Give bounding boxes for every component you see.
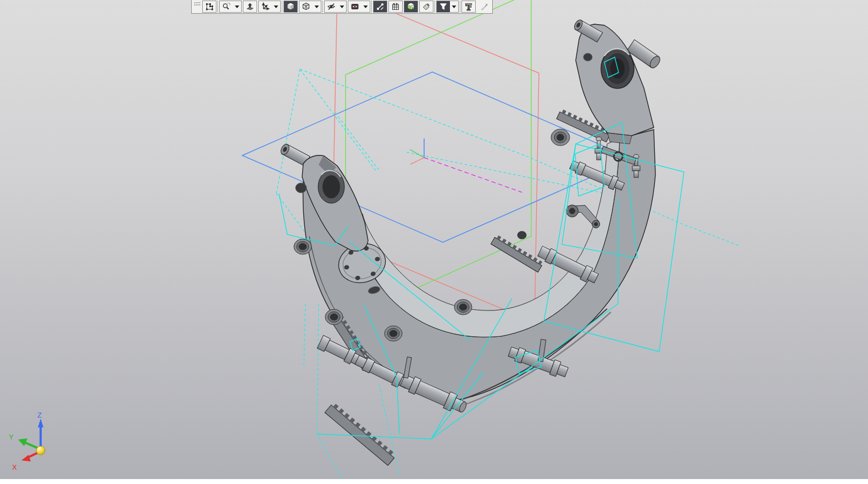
stamp-button[interactable] [420, 1, 433, 12]
sketch-contour-icon [205, 2, 214, 11]
zoom-area-dropdown[interactable] [233, 1, 241, 12]
toolbar-group-shaded-display [283, 1, 298, 13]
scene-canvas: Z Y X [0, 0, 868, 484]
chevron-down-icon [452, 5, 457, 9]
toolbar-separator [218, 1, 218, 13]
parameters-table-button[interactable] [389, 1, 402, 12]
zoom-area-icon [222, 2, 231, 11]
orient-normal-to-button[interactable] [243, 1, 257, 12]
toolbar-group-orientation [258, 1, 281, 13]
normal-to-icon [246, 2, 254, 11]
origin-marker [410, 138, 522, 192]
wireframe-cube-icon [302, 2, 310, 11]
display-mode-button[interactable] [299, 1, 313, 12]
sketch-button[interactable] [203, 1, 216, 12]
orientation-dropdown[interactable] [272, 1, 280, 12]
toolbar-group-parameters-table [388, 1, 403, 13]
toolbar-group-eyedropper [477, 1, 491, 13]
show-objects-dropdown[interactable] [361, 1, 370, 12]
crane-button[interactable] [462, 1, 475, 12]
chevron-down-icon [314, 5, 319, 9]
toolbar-group-section-display [373, 1, 387, 13]
rack-strip-inner-right [491, 236, 542, 272]
application-window: Z Y X [0, 0, 868, 484]
show-objects-button[interactable] [348, 1, 361, 12]
model-assembly[interactable] [279, 19, 662, 465]
filter-dropdown[interactable] [450, 1, 458, 12]
toolbar-group-hide-objects [324, 1, 347, 13]
eye-slash-icon [327, 2, 336, 11]
zoom-area-button[interactable] [220, 1, 233, 12]
toolbar-grip-handle[interactable] [192, 0, 202, 13]
chevron-down-icon [340, 5, 344, 9]
origin-ball [36, 446, 45, 455]
toolbar-group-orient-normal-to [243, 1, 257, 13]
filter-funnel-icon [439, 2, 448, 11]
toolbar-group-display-mode [299, 1, 321, 13]
toolbar-separator [371, 1, 372, 13]
eyedropper-icon [480, 2, 488, 11]
hide-objects-dropdown[interactable] [338, 1, 346, 12]
orientation-button[interactable] [259, 1, 272, 12]
grip-dots-icon [194, 2, 201, 7]
orientation-axes-icon [261, 2, 270, 11]
shaded-display-button[interactable] [284, 1, 297, 12]
table-icon [391, 2, 400, 11]
view-toolbar [191, 0, 493, 14]
z-axis-label: Z [37, 411, 42, 419]
chevron-down-icon [363, 5, 368, 9]
chevron-down-icon [274, 5, 279, 9]
eyedropper-button[interactable] [477, 1, 491, 12]
toolbar-group-show-objects [348, 1, 370, 13]
hide-objects-button[interactable] [325, 1, 338, 12]
z-axis-arrow [38, 419, 43, 427]
filter-button[interactable] [437, 1, 450, 12]
component-display-button[interactable] [404, 1, 418, 12]
section-display-button[interactable] [374, 1, 387, 12]
toolbar-separator [435, 1, 435, 13]
stamp-icon [422, 2, 431, 11]
shaded-cube-icon [286, 2, 295, 11]
eye-box-icon [350, 2, 359, 11]
viewport-3d[interactable]: Z Y X [0, 0, 868, 484]
toolbar-group-filter [436, 1, 459, 13]
toolbar-group-component-display [404, 1, 418, 13]
toolbar-group-crane [461, 1, 476, 13]
bottom-window-strip [0, 479, 868, 484]
toolbar-group-stamp [419, 1, 433, 13]
toolbar-group-sketch [202, 1, 216, 13]
toolbar-group-zoom-area [219, 1, 242, 13]
chevron-down-icon [235, 5, 240, 9]
toolbar-separator [282, 1, 282, 13]
crane-icon [464, 2, 473, 11]
display-mode-dropdown[interactable] [313, 1, 321, 12]
toolbar-separator [460, 1, 460, 13]
y-axis-label: Y [9, 433, 14, 441]
x-axis-label: X [12, 463, 17, 471]
section-nodes-icon [376, 2, 385, 11]
toolbar-separator [322, 1, 323, 13]
axes-triad-gizmo[interactable]: Z Y X [9, 411, 45, 471]
cube-faces-icon [407, 2, 415, 11]
